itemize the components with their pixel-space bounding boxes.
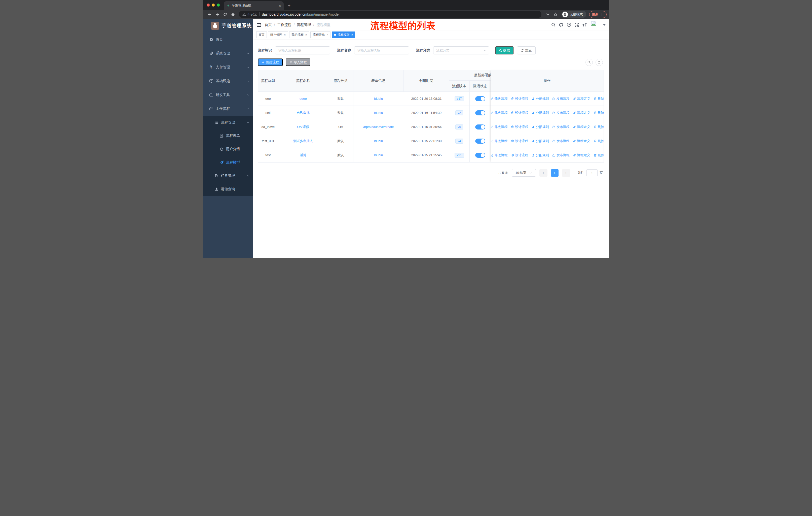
page-size-select[interactable]: 10条/页 [512,169,536,176]
sidebar-item-leave-query[interactable]: 请假查询 [203,183,253,196]
form-info-link[interactable]: biubiu [374,97,383,101]
current-page-button[interactable]: 1 [551,169,558,176]
publish-process-link[interactable]: 发布流程 [552,111,570,115]
hamburger-icon[interactable] [257,22,262,27]
delete-link[interactable]: 删除 [593,139,604,143]
forward-icon[interactable] [215,12,220,17]
assign-rule-link[interactable]: 分配规则 [531,139,549,143]
process-key-input[interactable] [275,46,330,54]
publish-process-link[interactable]: 发布流程 [552,97,570,101]
window-minimize-button[interactable] [212,3,215,6]
browser-update-button[interactable]: 更新 ⋮ [589,11,607,18]
browser-tab[interactable]: 芋道管理系统 × [224,1,284,10]
home-icon[interactable] [231,12,235,17]
active-toggle[interactable] [475,110,485,115]
back-icon[interactable] [207,12,212,17]
tag-my-process[interactable]: 我的流程× [289,31,309,38]
fullscreen-icon[interactable] [574,22,579,27]
process-definition-link[interactable]: 流程定义 [573,97,590,101]
import-process-button[interactable]: 导入流程 [286,58,310,66]
process-name-link[interactable]: 滔博 [300,153,306,158]
active-toggle[interactable] [475,153,485,158]
process-name-link[interactable]: OA 请假 [297,125,309,129]
sidebar-item-payment[interactable]: ¥ 支付管理 [203,60,253,74]
publish-process-link[interactable]: 发布流程 [552,153,570,158]
create-process-button[interactable]: 新建流程 [258,58,283,66]
font-size-icon[interactable] [582,22,587,27]
delete-link[interactable]: 删除 [593,153,604,158]
modify-process-link[interactable]: 修改流程 [490,97,508,101]
breadcrumb-item[interactable]: 首页 [265,23,272,27]
tag-close-icon[interactable]: × [284,33,286,36]
active-toggle[interactable] [475,125,485,130]
sidebar-item-infrastructure[interactable]: 基础设施 [203,74,253,88]
modify-process-link[interactable]: 修改流程 [490,111,508,115]
password-key-icon[interactable] [546,12,549,17]
avatar-dropdown-caret-icon[interactable] [603,24,606,27]
browser-menu-icon[interactable]: ⋮ [600,12,604,17]
sidebar-item-devtools[interactable]: 研发工具 [203,88,253,102]
assign-rule-link[interactable]: 分配规则 [531,97,549,101]
process-definition-link[interactable]: 流程定义 [573,125,590,129]
bookmark-star-icon[interactable] [553,12,557,17]
reset-button[interactable]: 重置 [517,46,535,54]
sidebar-item-task-mgmt[interactable]: 任务管理 [203,169,253,183]
sidebar-item-workflow[interactable]: 工作流程 [203,102,253,116]
tag-close-icon[interactable]: × [326,33,328,36]
show-search-button[interactable] [585,59,593,66]
sidebar-item-system[interactable]: 系统管理 [203,46,253,60]
search-button[interactable]: 搜索 [495,46,514,54]
url-bar[interactable]: 不安全 dashboard.yudao.iocoder.cn/bpm/manag… [239,11,542,18]
breadcrumb-item[interactable]: 工作流程 [277,23,291,27]
publish-process-link[interactable]: 发布流程 [552,125,570,129]
next-page-button[interactable]: › [562,169,570,176]
design-process-link[interactable]: 设计流程 [511,97,528,101]
process-name-input[interactable] [354,46,409,54]
tag-close-icon[interactable]: × [351,33,353,36]
delete-link[interactable]: 删除 [593,125,604,129]
reload-icon[interactable] [223,12,227,17]
process-definition-link[interactable]: 流程定义 [573,153,590,158]
publish-process-link[interactable]: 发布流程 [552,139,570,143]
form-info-link[interactable]: /bpm/oa/leave/create [363,125,394,129]
assign-rule-link[interactable]: 分配规则 [531,111,549,115]
tag-process-form[interactable]: 流程表单× [310,31,330,38]
process-definition-link[interactable]: 流程定义 [573,111,590,115]
sidebar-item-process-model[interactable]: 流程模型 [203,156,253,169]
tab-close-icon[interactable]: × [279,4,281,7]
form-info-link[interactable]: biubiu [374,111,383,115]
tag-tenant-mgmt[interactable]: 租户管理× [268,31,288,38]
sidebar-logo[interactable]: 芋道管理系统 [203,19,253,32]
refresh-table-button[interactable] [596,59,603,66]
security-status[interactable]: 不安全 [242,12,257,17]
new-tab-button[interactable]: + [284,3,291,10]
github-icon[interactable] [559,22,563,27]
design-process-link[interactable]: 设计流程 [511,153,528,158]
breadcrumb-item[interactable]: 流程管理 [297,23,311,27]
active-toggle[interactable] [475,96,485,101]
sidebar-item-process-form[interactable]: 流程表单 [203,129,253,142]
process-name-link[interactable]: eeee [299,97,307,101]
tag-home[interactable]: 首页 [256,31,267,38]
delete-link[interactable]: 删除 [593,111,604,115]
goto-page-input[interactable] [586,169,598,176]
delete-link[interactable]: 删除 [593,97,604,101]
design-process-link[interactable]: 设计流程 [511,111,528,115]
sidebar-item-home[interactable]: 首页 [203,32,253,46]
active-toggle[interactable] [475,139,485,144]
process-name-link[interactable]: 测试多审批人 [293,139,313,143]
assign-rule-link[interactable]: 分配规则 [531,153,549,158]
design-process-link[interactable]: 设计流程 [511,139,528,143]
process-name-link[interactable]: 自己审批 [296,111,310,115]
tag-process-model[interactable]: 流程模型× [332,31,355,38]
search-icon[interactable] [551,22,556,27]
window-zoom-button[interactable] [217,3,220,6]
prev-page-button[interactable]: ‹ [540,169,547,176]
window-close-button[interactable] [207,3,210,6]
sidebar-item-user-group[interactable]: 用户分组 [203,142,253,156]
form-info-link[interactable]: biubiu [374,153,383,157]
modify-process-link[interactable]: 修改流程 [490,139,508,143]
modify-process-link[interactable]: 修改流程 [490,125,508,129]
assign-rule-link[interactable]: 分配规则 [531,125,549,129]
sidebar-item-process-mgmt[interactable]: 流程管理 [203,116,253,129]
